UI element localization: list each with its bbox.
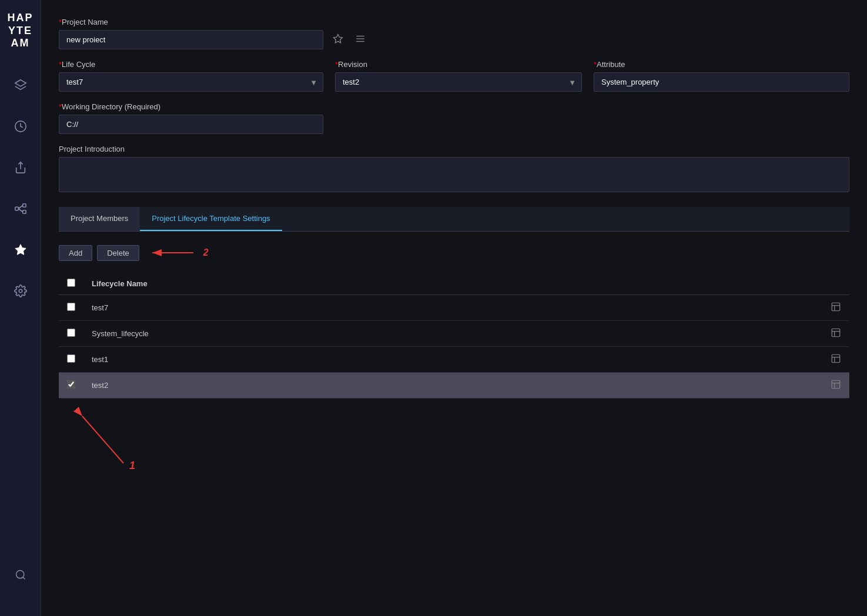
- table-header-checkbox-cell: [59, 273, 83, 295]
- revision-label: *Revision: [335, 60, 582, 69]
- svg-rect-4: [22, 204, 25, 207]
- lifecycle-select[interactable]: test7: [59, 72, 323, 92]
- share-icon[interactable]: [9, 156, 32, 179]
- svg-line-11: [22, 577, 25, 580]
- row-checkbox-3[interactable]: [67, 354, 75, 363]
- star-toggle-button[interactable]: [330, 31, 346, 49]
- row-checkbox-cell-3: [59, 347, 83, 373]
- tab-project-members[interactable]: Project Members: [59, 207, 140, 231]
- table-row[interactable]: test7: [59, 295, 849, 321]
- row-checkbox-cell-2: [59, 321, 83, 347]
- attribute-label: *Attribute: [594, 60, 849, 69]
- table-row-selected[interactable]: test2: [59, 373, 849, 399]
- project-name-label: *Project Name: [59, 18, 849, 26]
- row-action-3[interactable]: [820, 347, 849, 373]
- svg-rect-27: [832, 380, 840, 389]
- svg-rect-3: [15, 207, 18, 210]
- row-detail-icon-4[interactable]: [831, 382, 841, 391]
- clock-icon[interactable]: [9, 115, 32, 138]
- layers-icon[interactable]: [9, 73, 32, 97]
- svg-line-7: [18, 209, 22, 212]
- working-dir-input[interactable]: [59, 115, 323, 134]
- svg-marker-8: [15, 245, 25, 255]
- project-intro-textarea[interactable]: [59, 157, 849, 192]
- svg-line-6: [18, 205, 22, 209]
- row-detail-icon-3[interactable]: [831, 356, 841, 366]
- annotation-arrow-1: 1: [71, 404, 200, 475]
- table-row[interactable]: System_lifecycle: [59, 321, 849, 347]
- star-icon[interactable]: [9, 238, 32, 262]
- svg-line-31: [82, 416, 123, 463]
- row-name-2: System_lifecycle: [83, 321, 820, 347]
- row-checkbox-cell-1: [59, 295, 83, 321]
- row-detail-icon-1[interactable]: [831, 304, 841, 314]
- svg-marker-0: [15, 80, 25, 86]
- table-row[interactable]: test1: [59, 347, 849, 373]
- lifecycle-label: *Life Cycle: [59, 60, 323, 69]
- svg-text:1: 1: [129, 460, 135, 471]
- tab-lifecycle-template[interactable]: Project Lifecycle Template Settings: [140, 207, 282, 231]
- table-actions: Add Delete 2: [59, 241, 849, 265]
- main-content: *Project Name *Life Cycle: [41, 0, 867, 616]
- svg-point-10: [16, 571, 24, 578]
- svg-marker-12: [334, 34, 343, 42]
- row-checkbox-2[interactable]: [67, 329, 75, 337]
- svg-rect-5: [22, 210, 25, 214]
- network-icon[interactable]: [9, 197, 32, 220]
- select-all-checkbox[interactable]: [67, 279, 75, 287]
- table-header-lifecycle-name: Lifecycle Name: [83, 273, 820, 295]
- row-name-4: test2: [83, 373, 820, 399]
- svg-point-9: [19, 289, 22, 293]
- add-button[interactable]: Add: [59, 245, 92, 261]
- row-action-1[interactable]: [820, 295, 849, 321]
- row-action-4[interactable]: [820, 373, 849, 399]
- svg-rect-18: [832, 303, 840, 311]
- working-dir-label: *Working Directory (Required): [59, 102, 849, 111]
- row-checkbox-4[interactable]: [67, 380, 75, 389]
- lifecycle-table: Lifecycle Name test7: [59, 273, 849, 399]
- menu-button[interactable]: [353, 31, 368, 49]
- table-header-action: [820, 273, 849, 295]
- row-detail-icon-2[interactable]: [831, 330, 841, 340]
- row-name-1: test7: [83, 295, 820, 321]
- revision-select[interactable]: test2: [335, 72, 582, 92]
- sidebar: HAPYTEAM: [0, 0, 41, 616]
- svg-rect-24: [832, 354, 840, 363]
- svg-rect-21: [832, 329, 840, 337]
- row-action-2[interactable]: [820, 321, 849, 347]
- delete-button[interactable]: Delete: [97, 245, 139, 261]
- row-name-3: test1: [83, 347, 820, 373]
- tabs-bar: Project Members Project Lifecycle Templa…: [59, 207, 849, 232]
- search-icon[interactable]: [9, 563, 32, 587]
- annotation-2-label: 2: [203, 247, 209, 258]
- annotation-arrow-2: [146, 241, 205, 265]
- row-checkbox-cell-4: [59, 373, 83, 399]
- project-name-input[interactable]: [59, 30, 323, 49]
- lifecycle-table-section: Add Delete 2: [59, 241, 849, 569]
- attribute-input[interactable]: [594, 72, 849, 92]
- project-intro-label: Project Introduction: [59, 145, 849, 153]
- app-logo: HAPYTEAM: [4, 6, 36, 56]
- settings-icon[interactable]: [9, 279, 32, 303]
- row-checkbox-1[interactable]: [67, 303, 75, 311]
